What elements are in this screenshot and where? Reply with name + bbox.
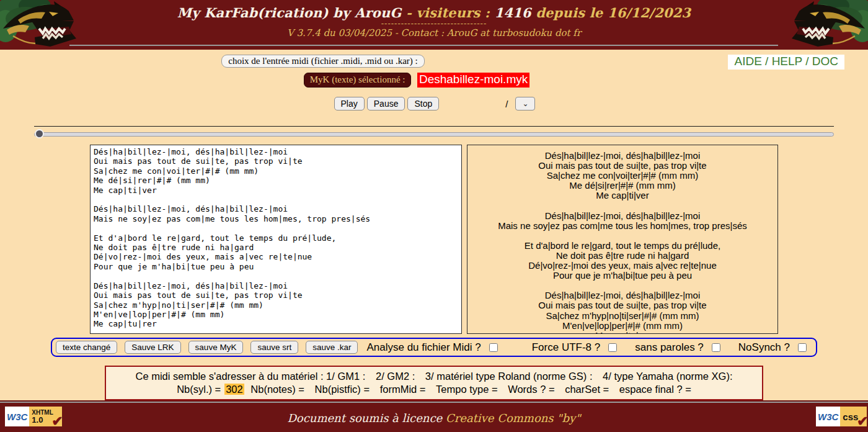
xhtml-badge-label: XHTML 1.0 ✔ xyxy=(29,407,61,426)
w3c-logo: W3C xyxy=(5,407,29,426)
analysis-gm2: 2/ GM2 : xyxy=(376,371,415,382)
texte-change-button[interactable]: texte changé xyxy=(56,341,117,354)
play-button[interactable]: Play xyxy=(334,97,365,110)
footer-inner: W3C XHTML 1.0 ✔ Document soumis à licenc… xyxy=(0,403,868,432)
analyse-midi-group: Analyse du fichier Midi ? xyxy=(366,341,499,354)
sans-paroles-checkbox[interactable] xyxy=(712,343,720,352)
page-title: My KarFab(rication) by ArouG - visiteurs… xyxy=(0,0,868,20)
espace-final-label: espace final ? = xyxy=(619,384,691,395)
chevron-down-icon: ⌄ xyxy=(522,100,528,107)
nb-pistfic-label: Nb(pistfic) = xyxy=(315,384,370,395)
checkmark-icon: ✔ xyxy=(857,415,868,428)
transport-row: Play Pause Stop / ⌄ xyxy=(0,96,868,111)
checkmark-icon: ✔ xyxy=(51,415,63,428)
analyse-midi-checkbox[interactable] xyxy=(489,343,498,352)
progress-slider[interactable] xyxy=(34,128,834,140)
w3c-xhtml-badge[interactable]: W3C XHTML 1.0 ✔ xyxy=(5,407,52,426)
sauve-myk-button[interactable]: sauve MyK xyxy=(188,341,244,354)
nb-syl-value: 302 xyxy=(224,384,244,395)
force-utf8-group: Force UTF-8 ? xyxy=(532,341,619,354)
css-badge-label: css ✔ xyxy=(840,407,867,426)
help-links[interactable]: AIDE / HELP / DOC xyxy=(728,55,844,70)
analyse-midi-label: Analyse du fichier Midi ? xyxy=(366,341,480,354)
nb-syl-label: Nb(syl.) = xyxy=(177,384,221,395)
pause-button[interactable]: Pause xyxy=(367,97,405,110)
wolf-logo-right xyxy=(786,0,868,50)
myk-selected-row: MyK (texte) sélectionné : Deshabillez-mo… xyxy=(0,73,851,89)
visitors-count: 1416 xyxy=(494,5,531,20)
license-prefix: Document soumis à licence xyxy=(287,412,445,425)
words-label: Words ? = xyxy=(508,384,554,395)
track-select[interactable]: ⌄ xyxy=(515,97,535,110)
sauve-lrk-button[interactable]: Sauve LRK xyxy=(125,341,180,354)
force-utf8-label: Force UTF-8 ? xyxy=(532,341,601,354)
force-utf8-checkbox[interactable] xyxy=(608,343,617,352)
w3c-css-badge[interactable]: W3C css ✔ xyxy=(816,407,863,426)
analysis-line-2: Nb(syl.) =302 Nb(notes) = Nb(pistfic) = … xyxy=(106,384,762,395)
sauve-kar-button[interactable]: sauve .kar xyxy=(306,341,358,354)
tempo-type-label: Tempo type = xyxy=(436,384,498,395)
w3c-logo: W3C xyxy=(816,407,840,426)
visitors-since: depuis le 16/12/2023 xyxy=(531,5,691,20)
slider-rule xyxy=(34,126,834,127)
midi-analysis-box: Ce midi semble s'adresser à du matériel … xyxy=(105,366,763,400)
sauve-srt-button[interactable]: sauve srt xyxy=(250,341,298,354)
header-rule xyxy=(69,45,778,46)
sans-paroles-label: sans paroles ? xyxy=(635,341,704,354)
save-toolbar: texte changé Sauve LRK sauve MyK sauve s… xyxy=(51,338,817,357)
myk-selected-filename: Deshabillez-moi.myk xyxy=(417,73,529,88)
creative-commons-link[interactable]: Creative Commons "by" xyxy=(446,412,581,425)
analysis-material: Ce midi semble s'adresser à du matériel … xyxy=(136,371,366,382)
nosynch-label: NoSynch ? xyxy=(738,341,790,354)
lyrics-editor-textarea[interactable]: Dés|ha|bil|lez-|moi, dés|ha|bil|lez-|moi… xyxy=(90,145,462,334)
analysis-line-1: Ce midi semble s'adresser à du matériel … xyxy=(106,371,762,382)
lyrics-panels: Dés|ha|bil|lez-|moi, dés|ha|bil|lez-|moi… xyxy=(0,145,868,334)
track-separator: / xyxy=(505,99,508,109)
version-contact-line: V 3.7.4 du 03/04/2025 - Contact : ArouG … xyxy=(0,27,868,38)
stop-button[interactable]: Stop xyxy=(407,97,439,110)
title-divider-dashes: -------------------------------- xyxy=(0,20,868,26)
midi-file-choice-button[interactable]: choix de l'entrée midi (fichier .midi, .… xyxy=(221,55,425,68)
charset-label: charSet = xyxy=(565,384,609,395)
wolf-logo-left xyxy=(0,0,82,50)
myk-selected-badge: MyK (texte) sélectionné : xyxy=(304,73,412,88)
nosynch-group: NoSynch ? xyxy=(738,341,808,354)
nb-notes-label: Nb(notes) = xyxy=(250,384,304,395)
license-text: Document soumis à licence Creative Commo… xyxy=(287,412,580,425)
footer: W3C XHTML 1.0 ✔ Document soumis à licenc… xyxy=(0,400,868,432)
midi-choice-row: choix de l'entrée midi (fichier .midi, .… xyxy=(0,55,868,70)
lyrics-display-panel[interactable]: Dés|ha|bil|lez-|moi, dés|ha|bil|lez-|moi… xyxy=(467,145,778,334)
analysis-roland: 3/ matériel type Roland (norme GS) : xyxy=(425,371,593,382)
analysis-yamaha: 4/ type Yamaha (norme XG): xyxy=(603,371,732,382)
formmid-label: formMid = xyxy=(380,384,426,395)
nosynch-checkbox[interactable] xyxy=(798,343,807,352)
main-content: choix de l'entrée midi (fichier .midi, .… xyxy=(0,55,868,400)
sans-paroles-group: sans paroles ? xyxy=(635,341,722,354)
app-title: My KarFab(rication) by ArouG xyxy=(177,5,402,20)
header: My KarFab(rication) by ArouG - visiteurs… xyxy=(0,0,868,50)
